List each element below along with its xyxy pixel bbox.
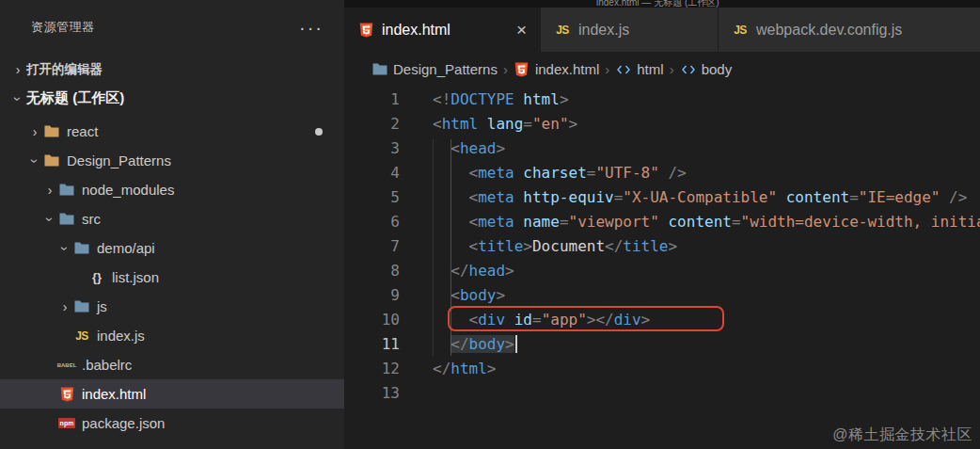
code-token: <! bbox=[433, 90, 450, 108]
symbol-element-icon bbox=[680, 62, 697, 77]
line-number[interactable]: 1 bbox=[344, 90, 400, 108]
code-line-4[interactable]: 4 <meta charset="UTF-8" /> bbox=[344, 160, 980, 184]
tree-item-index-js[interactable]: JSindex.js bbox=[0, 321, 344, 350]
code-token: = bbox=[732, 213, 741, 231]
chevron-right-icon: › bbox=[56, 299, 73, 314]
tree-item-babelrc[interactable]: BABEL.babelrc bbox=[0, 350, 344, 379]
code-token: = bbox=[560, 213, 569, 231]
javascript-icon: JS bbox=[554, 23, 571, 38]
code-token: </ bbox=[450, 335, 468, 353]
code-line-9[interactable]: 9 <body> bbox=[344, 282, 980, 307]
tab-index-html[interactable]: index.html× bbox=[344, 8, 541, 52]
tree-item-label: index.html bbox=[82, 386, 146, 402]
code-token: meta bbox=[478, 188, 514, 206]
tree-item-label: .babelrc bbox=[82, 357, 132, 373]
code-line-7[interactable]: 7 <title>Document</title> bbox=[344, 233, 980, 258]
breadcrumb-item-index-html[interactable]: index.html bbox=[514, 61, 599, 77]
tab-index-js[interactable]: JSindex.js bbox=[541, 8, 719, 52]
line-number[interactable]: 13 bbox=[344, 384, 400, 402]
code-token: lang bbox=[478, 115, 523, 133]
line-number[interactable]: 9 bbox=[344, 286, 400, 304]
vscode-window: 资源管理器 ··· › 打开的编辑器 › 无标题 (工作区) ›react›De… bbox=[0, 0, 980, 449]
code-token: < bbox=[469, 164, 479, 182]
code-token: head bbox=[469, 262, 506, 280]
line-number[interactable]: 8 bbox=[344, 262, 400, 280]
code-token: "app" bbox=[542, 311, 587, 329]
line-number[interactable]: 12 bbox=[344, 360, 400, 377]
code-line-5[interactable]: 5 <meta http-equiv="X-UA-Compatible" con… bbox=[344, 184, 980, 209]
tree-item-label: package.json bbox=[82, 415, 165, 431]
tree-item-node-modules[interactable]: ›node_modules bbox=[0, 175, 344, 204]
line-number[interactable]: 6 bbox=[344, 213, 400, 231]
code-token: html bbox=[450, 360, 487, 377]
tree-item-demo-api[interactable]: ›demo/api bbox=[0, 233, 344, 263]
code-area[interactable]: 1<!DOCTYPE html>2<html lang="en">3 <head… bbox=[344, 87, 980, 449]
tree-item-label: js bbox=[97, 298, 107, 314]
code-token: http-equiv bbox=[514, 188, 614, 206]
breadcrumb-label: body bbox=[702, 61, 733, 77]
line-number[interactable]: 2 bbox=[344, 115, 400, 133]
code-token: /> bbox=[659, 164, 687, 182]
code-token: = bbox=[587, 164, 596, 182]
line-number[interactable]: 4 bbox=[344, 164, 400, 182]
code-token: = bbox=[532, 311, 542, 329]
code-token: = bbox=[849, 188, 859, 206]
code-token: < bbox=[469, 311, 479, 329]
line-number[interactable]: 5 bbox=[344, 188, 400, 206]
code-token: "en" bbox=[532, 115, 569, 133]
code-token bbox=[433, 286, 450, 304]
breadcrumb-separator-icon: › bbox=[605, 61, 609, 77]
code-line-10[interactable]: 10 <div id="app"></div> bbox=[344, 307, 980, 331]
code-token: > bbox=[505, 335, 514, 353]
code-token bbox=[433, 237, 469, 255]
code-token: </ bbox=[605, 237, 623, 255]
tree-item-label: index.js bbox=[97, 328, 145, 344]
editor-region: index.html — 无标题 (工作区) index.html×JSinde… bbox=[344, 0, 980, 449]
tree-item-design-patterns[interactable]: ›Design_Patterns bbox=[0, 146, 344, 175]
code-line-8[interactable]: 8 </head> bbox=[344, 258, 980, 282]
code-token: DOCTYPE bbox=[450, 90, 514, 108]
code-line-6[interactable]: 6 <meta name="viewport" content="width=d… bbox=[344, 209, 980, 233]
close-icon[interactable]: × bbox=[511, 20, 527, 40]
code-text: <!DOCTYPE html> bbox=[400, 90, 569, 108]
watermark: @稀土掘金技术社区 bbox=[832, 425, 972, 445]
tree-item-index-html[interactable]: index.html bbox=[0, 379, 344, 409]
tree-item-package-json[interactable]: npmpackage.json bbox=[0, 409, 344, 438]
code-line-13[interactable]: 13 bbox=[344, 380, 980, 405]
workspace-section[interactable]: › 无标题 (工作区) bbox=[0, 84, 344, 113]
json-braces-icon: {} bbox=[88, 270, 105, 285]
breadcrumb-item-design-patterns[interactable]: Design_Patterns bbox=[371, 61, 498, 77]
code-text: <div id="app"></div> bbox=[400, 311, 650, 329]
code-line-1[interactable]: 1<!DOCTYPE html> bbox=[344, 87, 980, 111]
tree-item-label: react bbox=[67, 123, 98, 139]
code-token: div bbox=[614, 311, 641, 329]
code-line-11[interactable]: 11 </body> bbox=[344, 331, 980, 356]
line-number[interactable]: 11 bbox=[344, 335, 400, 353]
breadcrumb-item-body[interactable]: body bbox=[680, 61, 733, 77]
code-token: title bbox=[623, 237, 668, 255]
open-editors-section[interactable]: › 打开的编辑器 bbox=[0, 55, 344, 84]
breadcrumb-item-html[interactable]: html bbox=[615, 61, 663, 77]
tree-item-list-json[interactable]: {}list.json bbox=[0, 263, 344, 292]
code-token: "UTF-8" bbox=[595, 164, 658, 182]
tree-item-src[interactable]: ›src bbox=[0, 204, 344, 233]
more-actions-icon[interactable]: ··· bbox=[299, 23, 324, 32]
explorer-title: 资源管理器 bbox=[31, 19, 95, 36]
line-number[interactable]: 7 bbox=[344, 237, 400, 255]
code-token: > bbox=[505, 262, 514, 280]
code-token: meta bbox=[478, 164, 514, 182]
code-line-2[interactable]: 2<html lang="en"> bbox=[344, 111, 980, 136]
tree-item-js[interactable]: ›js bbox=[0, 292, 344, 321]
code-token bbox=[433, 262, 450, 280]
code-lines: 1<!DOCTYPE html>2<html lang="en">3 <head… bbox=[344, 87, 980, 405]
tab-webpack-dev-config-js[interactable]: JSwebpack.dev.config.js bbox=[719, 8, 980, 52]
code-token: = bbox=[523, 115, 532, 133]
code-line-3[interactable]: 3 <head> bbox=[344, 136, 980, 160]
tree-item-react[interactable]: ›react bbox=[0, 117, 344, 146]
code-line-12[interactable]: 12</html> bbox=[344, 356, 980, 380]
code-text: </body> bbox=[400, 335, 517, 353]
line-number[interactable]: 3 bbox=[344, 139, 400, 157]
tree-item-label: list.json bbox=[112, 269, 159, 285]
line-number[interactable]: 10 bbox=[344, 311, 400, 329]
code-token: > bbox=[668, 237, 677, 255]
